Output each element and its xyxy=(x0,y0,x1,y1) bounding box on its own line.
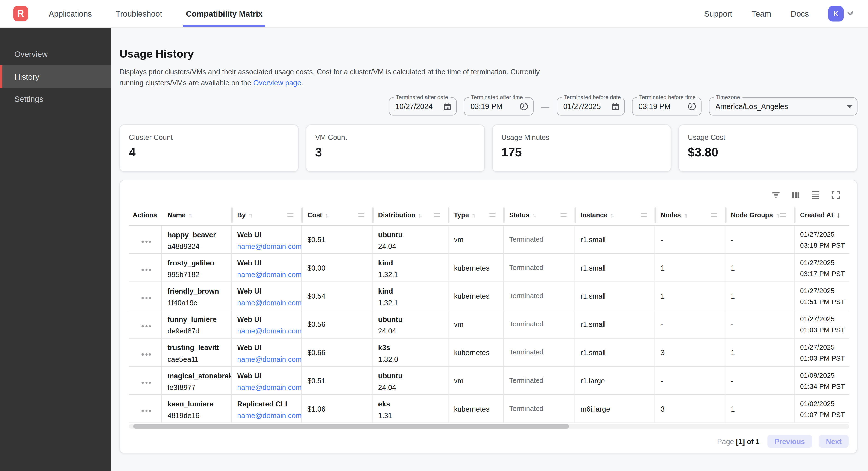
column-header-actions: Actions xyxy=(129,205,162,225)
type-cell: vm xyxy=(448,366,503,394)
column-header-node-groups[interactable]: Node Groups↑↓ xyxy=(725,205,795,225)
stat-value: $3.80 xyxy=(688,145,848,160)
nav-link-docs[interactable]: Docs xyxy=(790,9,809,18)
row-actions-button[interactable] xyxy=(134,240,158,243)
tab-compatibility-matrix[interactable]: Compatibility Matrix xyxy=(183,0,266,27)
page-title: Usage History xyxy=(119,48,868,60)
by-source: Web UI xyxy=(237,286,298,297)
tab-troubleshoot[interactable]: Troubleshoot xyxy=(113,0,165,27)
row-actions-button[interactable] xyxy=(134,268,158,271)
cost-cell: $0.66 xyxy=(302,338,372,366)
by-email-link[interactable]: name@domain.com xyxy=(237,409,298,422)
stat-card-cluster-count: Cluster Count 4 xyxy=(119,124,299,172)
by-email-link[interactable]: name@domain.com xyxy=(237,268,298,281)
by-source: Web UI xyxy=(237,230,298,240)
field-value: America/Los_Angeles xyxy=(715,102,788,111)
sort-icon: ↑↓ xyxy=(610,211,613,218)
column-header-distribution[interactable]: Distribution↑↓ xyxy=(373,205,448,225)
row-actions-button[interactable] xyxy=(134,297,158,299)
nav-link-support[interactable]: Support xyxy=(704,9,732,18)
stat-label: VM Count xyxy=(315,133,475,142)
distribution-name: ubuntu xyxy=(378,230,444,240)
instance-cell: r1.small xyxy=(575,282,655,310)
column-menu-handle[interactable] xyxy=(641,213,647,217)
nodes-cell: 1 xyxy=(655,254,725,282)
horizontal-scrollbar-thumb[interactable] xyxy=(133,424,569,429)
column-menu-handle[interactable] xyxy=(358,213,364,217)
timezone-select[interactable]: Timezone America/Los_Angeles xyxy=(709,97,858,115)
sidebar: Overview History Settings xyxy=(0,28,111,471)
fullscreen-icon[interactable] xyxy=(830,189,841,200)
tab-applications[interactable]: Applications xyxy=(46,0,95,27)
clock-icon[interactable] xyxy=(687,102,696,111)
column-menu-handle[interactable] xyxy=(711,213,717,217)
column-menu-handle[interactable] xyxy=(489,213,495,217)
column-header-type[interactable]: Type↑↓ xyxy=(448,205,503,225)
calendar-icon[interactable] xyxy=(443,102,452,111)
distribution-version: 1.32.1 xyxy=(378,296,444,309)
field-label: Terminated before date xyxy=(562,94,623,100)
distribution-name: kind xyxy=(378,286,444,297)
by-email-link[interactable]: name@domain.com xyxy=(237,381,298,394)
row-actions-cell xyxy=(129,310,162,338)
nav-link-team[interactable]: Team xyxy=(752,9,771,18)
column-header-cost[interactable]: Cost↑↓ xyxy=(302,205,372,225)
stat-value: 4 xyxy=(129,145,289,160)
sidebar-item-history[interactable]: History xyxy=(0,65,111,88)
distribution-cell: kind1.32.1 xyxy=(373,282,448,310)
cluster-name: friendly_brown xyxy=(167,286,228,297)
type-cell: kubernetes xyxy=(448,282,503,310)
terminated-before-time-input[interactable]: Terminated before time 03:19 PM xyxy=(632,97,702,115)
next-page-button[interactable]: Next xyxy=(819,435,849,448)
by-email-link[interactable]: name@domain.com xyxy=(237,296,298,309)
column-menu-handle[interactable] xyxy=(780,213,786,217)
calendar-icon[interactable] xyxy=(611,102,620,111)
column-header-created-at[interactable]: Created At↓ xyxy=(795,205,849,225)
distribution-cell: eks1.31 xyxy=(373,395,448,422)
account-menu[interactable]: K xyxy=(828,6,855,21)
by-email-link[interactable]: name@domain.com xyxy=(237,325,298,337)
by-email-link[interactable]: name@domain.com xyxy=(237,353,298,365)
column-menu-handle[interactable] xyxy=(287,213,293,217)
cluster-name: happy_beaver xyxy=(167,230,228,240)
field-value: 10/27/2024 xyxy=(395,102,433,111)
column-menu-handle[interactable] xyxy=(434,213,440,217)
row-actions-cell xyxy=(129,282,162,310)
overview-page-link[interactable]: Overview page xyxy=(253,78,301,87)
created-time: 01:03 PM PST xyxy=(800,325,846,336)
field-label: Timezone xyxy=(714,94,742,100)
columns-icon[interactable] xyxy=(790,189,801,200)
cluster-id: 995b7182 xyxy=(167,268,228,281)
terminated-after-date-input[interactable]: Terminated after date 10/27/2024 xyxy=(389,97,457,115)
cluster-name: magical_stonebraker xyxy=(167,371,228,381)
clock-icon[interactable] xyxy=(519,102,529,111)
created-date: 01/09/2025 xyxy=(800,370,846,381)
chevron-down-icon xyxy=(846,9,855,18)
distribution-cell: k3s1.32.0 xyxy=(373,338,448,366)
replicated-logo[interactable]: R xyxy=(13,6,28,21)
stat-card-usage-minutes: Usage Minutes 175 xyxy=(492,124,671,172)
terminated-after-time-input[interactable]: Terminated after time 03:19 PM xyxy=(464,97,533,115)
sidebar-item-overview[interactable]: Overview xyxy=(0,43,111,65)
date-range-dash: — xyxy=(533,102,557,111)
column-header-by[interactable]: By↑↓ xyxy=(232,205,302,225)
filter-icon[interactable] xyxy=(770,189,781,200)
sidebar-item-settings[interactable]: Settings xyxy=(0,88,111,110)
density-icon[interactable] xyxy=(810,189,821,200)
row-actions-button[interactable] xyxy=(134,381,158,384)
created-at-cell: 01/27/202501:03 PM PST xyxy=(795,310,849,338)
row-actions-button[interactable] xyxy=(134,325,158,327)
sort-icon: ↑↓ xyxy=(684,211,686,218)
column-header-nodes[interactable]: Nodes↑↓ xyxy=(655,205,725,225)
by-email-link[interactable]: name@domain.com xyxy=(237,240,298,253)
column-header-instance[interactable]: Instance↑↓ xyxy=(575,205,655,225)
by-cell: Web UIname@domain.com xyxy=(232,254,302,282)
column-menu-handle[interactable] xyxy=(561,213,567,217)
column-header-name[interactable]: Name↑↓ xyxy=(162,205,231,225)
column-header-status[interactable]: Status↑↓ xyxy=(503,205,575,225)
row-actions-button[interactable] xyxy=(134,353,158,355)
row-actions-button[interactable] xyxy=(134,410,158,412)
previous-page-button[interactable]: Previous xyxy=(767,435,812,448)
terminated-before-date-input[interactable]: Terminated before date 01/27/2025 xyxy=(557,97,625,115)
horizontal-scrollbar xyxy=(129,424,849,429)
